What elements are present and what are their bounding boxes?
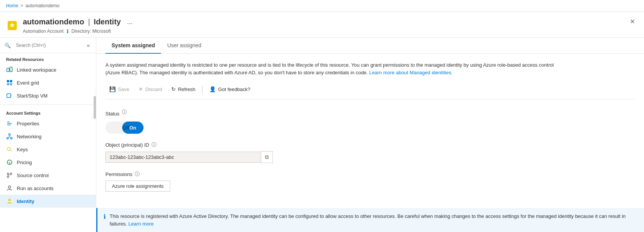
breadcrumb-home[interactable]: Home	[6, 3, 18, 8]
info-icon[interactable]: ℹ	[67, 28, 69, 34]
azure-role-assignments-button[interactable]: Azure role assignments	[105, 181, 170, 192]
svg-rect-3	[10, 67, 12, 72]
svg-marker-10	[11, 94, 12, 97]
start-stop-vm-icon	[6, 92, 13, 99]
status-info-icon[interactable]: ⓘ	[122, 109, 127, 115]
close-button[interactable]: ✕	[627, 16, 638, 27]
copy-icon: ⧉	[265, 154, 269, 160]
page-header: automationdemo | Identity ... Automation…	[0, 12, 644, 38]
discard-button[interactable]: ✕ Discard	[135, 84, 166, 94]
search-icon: 🔍	[5, 43, 11, 48]
description-main: A system assigned managed identity is re…	[105, 62, 554, 75]
feedback-button[interactable]: 👤 Got feedback?	[206, 84, 254, 94]
svg-point-29	[8, 199, 11, 201]
info-banner-icon: ℹ	[104, 213, 106, 220]
sidebar-item-networking[interactable]: Networking	[0, 130, 96, 143]
sidebar-search-container: 🔍 «	[0, 38, 96, 53]
svg-rect-6	[10, 80, 12, 82]
toolbar-separator	[202, 85, 202, 93]
pricing-label: Pricing	[17, 160, 32, 165]
sidebar-item-source-control[interactable]: Source control	[0, 169, 96, 182]
save-button[interactable]: 💾 Save	[105, 84, 133, 94]
source-control-icon	[6, 172, 13, 179]
keys-icon	[6, 146, 13, 153]
keys-label: Keys	[17, 147, 28, 152]
content-body: A system assigned managed identity is re…	[96, 54, 644, 207]
toggle-off-label: Off	[105, 125, 143, 131]
description-text: A system assigned managed identity is re…	[105, 61, 562, 76]
properties-label: Properties	[17, 121, 39, 126]
resource-name: automationdemo	[23, 18, 84, 26]
sidebar-item-event-grid[interactable]: Event grid	[0, 76, 96, 89]
header-title-group: automationdemo | Identity ... Automation…	[23, 16, 135, 34]
discard-label: Discard	[145, 86, 162, 92]
directory-label: Directory: Microsoft	[72, 29, 111, 34]
permissions-info-icon[interactable]: ⓘ	[135, 171, 140, 178]
scrollbar-thumb[interactable]	[94, 96, 96, 119]
svg-rect-14	[9, 134, 10, 135]
feedback-label: Got feedback?	[218, 86, 250, 92]
svg-rect-15	[7, 138, 8, 139]
svg-line-18	[8, 137, 10, 138]
learn-more-link[interactable]: Learn more about Managed identities.	[369, 70, 453, 75]
info-banner-learn-more[interactable]: Learn more	[128, 221, 153, 227]
linked-workspace-icon	[6, 66, 13, 73]
save-label: Save	[118, 86, 129, 92]
content-area: System assigned User assigned A system a…	[96, 38, 644, 232]
event-grid-icon	[6, 79, 13, 86]
collapse-sidebar-button[interactable]: «	[85, 41, 91, 50]
svg-point-24	[7, 173, 9, 174]
svg-text:$: $	[9, 161, 11, 165]
networking-icon	[6, 133, 13, 140]
copy-button[interactable]: ⧉	[261, 151, 273, 163]
info-banner-text: This resource is registered with Azure A…	[110, 213, 638, 227]
refresh-button[interactable]: ↻ Refresh	[167, 84, 199, 94]
svg-rect-2	[7, 68, 9, 72]
object-id-input[interactable]	[105, 152, 261, 163]
tab-user-assigned[interactable]: User assigned	[161, 38, 207, 54]
svg-point-26	[7, 176, 9, 178]
related-resources-section: Related Resources	[0, 53, 96, 63]
more-options-button[interactable]: ...	[124, 16, 135, 27]
sidebar-item-pricing[interactable]: $ Pricing	[0, 156, 96, 169]
start-stop-vm-label: Start/Stop VM	[17, 93, 48, 99]
linked-workspace-label: Linked workspace	[17, 67, 56, 73]
automation-account-icon	[6, 19, 18, 32]
status-label: Status ⓘ	[105, 109, 635, 118]
status-toggle[interactable]: Off On	[105, 122, 143, 134]
tab-system-assigned[interactable]: System assigned	[105, 38, 161, 54]
account-settings-section: Account Settings	[0, 107, 96, 117]
sidebar-item-run-as-accounts[interactable]: Run as accounts	[0, 182, 96, 195]
save-icon: 💾	[109, 86, 116, 92]
header-left: automationdemo | Identity ... Automation…	[6, 16, 135, 34]
breadcrumb: Home > automationdemo	[0, 0, 644, 12]
status-section: Status ⓘ Off On	[105, 109, 635, 134]
search-input[interactable]	[13, 41, 83, 50]
sidebar-item-linked-workspace[interactable]: Linked workspace	[0, 63, 96, 76]
svg-line-19	[10, 137, 11, 138]
info-banner-main-text: This resource is registered with Azure A…	[110, 213, 626, 227]
object-id-info-icon[interactable]: ⓘ	[151, 141, 156, 148]
sidebar-item-start-stop-vm[interactable]: Start/Stop VM	[0, 89, 96, 102]
svg-point-20	[7, 147, 10, 150]
svg-rect-7	[7, 83, 9, 85]
svg-rect-16	[11, 138, 12, 139]
object-id-label: Object (principal) ID ⓘ	[105, 141, 635, 148]
object-id-section: Object (principal) ID ⓘ ⧉	[105, 141, 635, 163]
main-layout: 🔍 « Related Resources Linked workspace E…	[0, 38, 644, 232]
header-subtitle: Automation Account ℹ Directory: Microsof…	[23, 28, 135, 34]
resource-type: Automation Account	[23, 29, 64, 34]
source-control-label: Source control	[17, 173, 49, 178]
info-banner: ℹ This resource is registered with Azure…	[96, 208, 644, 232]
svg-point-28	[8, 186, 11, 188]
svg-rect-9	[7, 94, 11, 98]
permissions-section: Permissions ⓘ Azure role assignments	[105, 171, 635, 192]
sidebar-item-keys[interactable]: Keys	[0, 143, 96, 156]
event-grid-label: Event grid	[17, 80, 39, 86]
sidebar-item-identity[interactable]: Identity	[0, 195, 96, 208]
svg-rect-5	[7, 80, 9, 82]
sidebar-item-properties[interactable]: Properties	[0, 117, 96, 130]
identity-label: Identity	[17, 198, 34, 204]
toolbar: 💾 Save ✕ Discard ↻ Refresh 👤 Got feedbac…	[105, 84, 635, 99]
refresh-icon: ↻	[171, 86, 176, 92]
